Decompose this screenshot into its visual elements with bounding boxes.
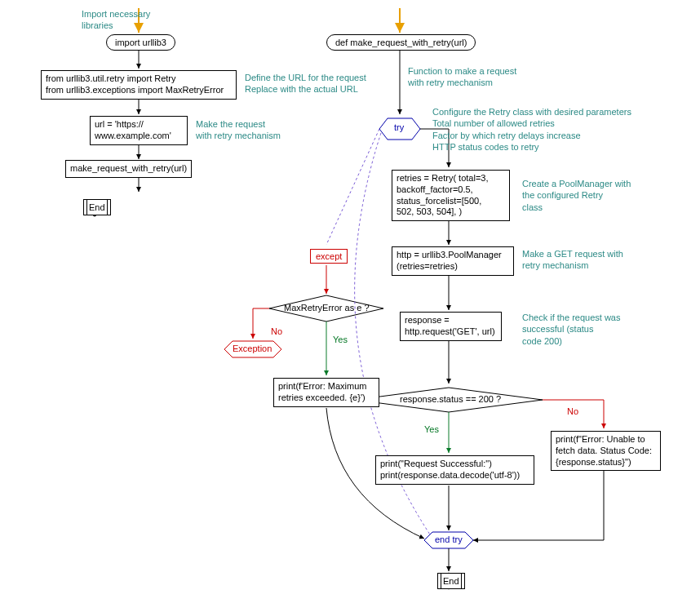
comment-url: Define the URL for the request Replace w… <box>245 72 366 95</box>
print-success: print("Request Successful:") print(respo… <box>375 455 534 485</box>
try-keyword: try <box>394 122 404 132</box>
print-except: print(f'Error: Maximum retries exceeded.… <box>273 378 379 407</box>
fn-def: def make_request_with_retry(url) <box>326 34 476 51</box>
except-keyword: except <box>310 249 348 264</box>
exception-label: Exception <box>233 344 272 353</box>
no-except: No <box>271 326 282 336</box>
url-assign: url = 'https:// www.example.com' <box>90 116 188 145</box>
import-stmt: import urllib3 <box>106 34 175 51</box>
comment-retry-config: Configure the Retry class with desired p… <box>432 106 631 153</box>
comment-make-request: Make the request with retry mechanism <box>196 118 281 142</box>
comment-check-success: Check if the request was successful (sta… <box>522 312 620 347</box>
end-right: End <box>437 573 465 589</box>
comment-poolmanager: Create a PoolManager with the configured… <box>522 178 631 213</box>
comment-get-request: Make a GET request with retry mechanism <box>522 248 623 272</box>
from-stmts: from urllib3.util.retry import Retry fro… <box>41 70 237 100</box>
cond-status-200: response.status == 200 ? <box>400 394 501 404</box>
comment-import: Import necessary libraries <box>82 8 150 32</box>
end-try: end try <box>435 534 463 544</box>
yes-status: Yes <box>424 424 439 434</box>
print-error-status: print(f"Error: Unable to fetch data. Sta… <box>551 431 661 471</box>
retries-assign: retries = Retry( total=3, backoff_factor… <box>392 170 510 221</box>
http-assign: http = urllib3.PoolManager (retries=retr… <box>392 246 514 276</box>
call-make-request: make_request_with_retry(url) <box>65 160 192 178</box>
cond-maxretry: MaxRetryError as e ? <box>284 303 370 313</box>
end-left: End <box>83 199 111 215</box>
yes-except: Yes <box>333 335 348 344</box>
no-status: No <box>567 406 578 416</box>
response-assign: response = http.request('GET', url) <box>400 312 502 341</box>
comment-fn: Function to make a request with retry me… <box>408 65 516 89</box>
